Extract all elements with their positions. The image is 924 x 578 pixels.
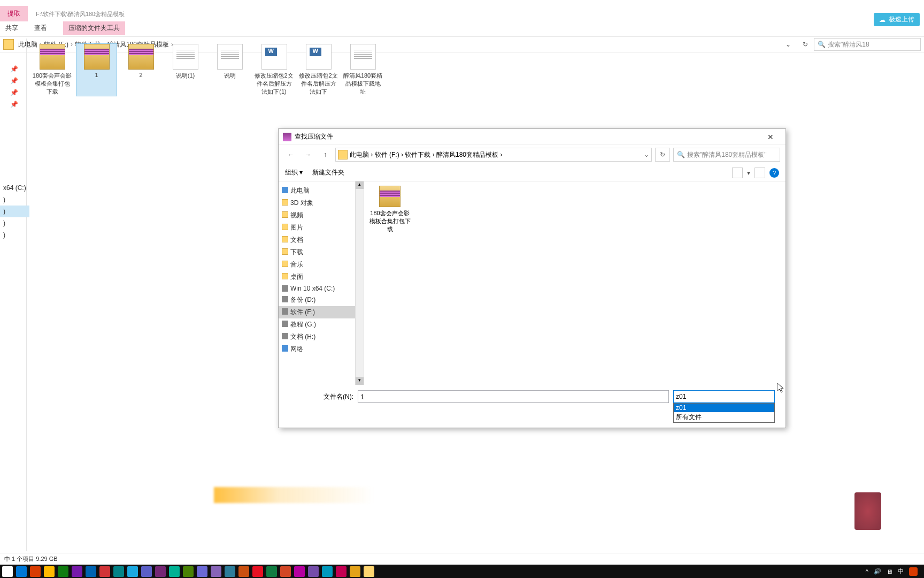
back-button[interactable]: ← [284, 148, 298, 161]
volume-icon[interactable]: 🔊 [874, 568, 881, 575]
file-item[interactable]: 180套会声会影模板合集打包下载 [32, 44, 72, 96]
taskbar-app-icon[interactable] [72, 566, 82, 577]
dialog-titlebar[interactable]: 查找压缩文件 ✕ [279, 129, 786, 145]
taskbar-app-icon[interactable] [211, 566, 221, 577]
file-item[interactable]: 修改压缩包2文件名后解压方法如下(1) [254, 44, 294, 96]
taskbar-app-icon[interactable] [266, 566, 277, 577]
file-item[interactable]: 修改压缩包2文件名后解压方法如下 [298, 44, 338, 96]
taskbar-app-icon[interactable] [86, 566, 96, 577]
ribbon-tab-row: 提取 F:\软件下载\醉清风180套精品模板 [0, 0, 924, 21]
taskbar-app-icon[interactable] [44, 566, 55, 577]
dropdown-option[interactable]: 所有文件 [674, 412, 774, 422]
taskbar-app-icon[interactable] [308, 566, 319, 577]
pin-icon[interactable]: 📌 [10, 89, 17, 95]
tab-share[interactable]: 共享 [5, 24, 18, 33]
taskbar-app-icon[interactable] [364, 566, 374, 577]
taskbar-app-icon[interactable] [30, 566, 41, 577]
taskbar-app-icon[interactable] [127, 566, 138, 577]
taskbar-app-icon[interactable] [58, 566, 68, 577]
taskbar[interactable]: ^ 🔊 🖥 中 [0, 565, 924, 578]
taskbar-app-icon[interactable] [141, 566, 152, 577]
taskbar-app-icon[interactable] [183, 566, 194, 577]
refresh-button[interactable]: ↻ [655, 148, 670, 162]
taskbar-app-icon[interactable] [322, 566, 333, 577]
tree-item[interactable]: 文档 [279, 234, 364, 246]
taskbar-app-icon[interactable] [155, 566, 166, 577]
pin-icon[interactable]: 📌 [10, 65, 17, 72]
taskbar-app-icon[interactable] [252, 566, 263, 577]
ime-indicator[interactable]: 中 [898, 567, 904, 575]
pin-icon[interactable]: 📌 [10, 77, 17, 83]
filetype-combo[interactable]: z01 z01 所有文件 [673, 390, 775, 403]
tree-item[interactable]: 此电脑 [279, 185, 364, 197]
preview-pane-button[interactable] [754, 168, 765, 178]
upload-button[interactable]: ☁ 极速上传 [874, 13, 920, 26]
folder-icon [282, 248, 288, 255]
taskbar-app-icon[interactable] [113, 566, 124, 577]
taskbar-app-icon[interactable] [294, 566, 305, 577]
taskbar-app-icon[interactable] [280, 566, 291, 577]
pin-icon[interactable]: 📌 [10, 101, 17, 107]
file-item[interactable]: 1 [76, 44, 117, 96]
folder-icon [282, 199, 288, 206]
file-item[interactable]: 说明(1) [165, 44, 205, 96]
tree-item[interactable]: ) [0, 217, 29, 229]
filename-input[interactable] [358, 390, 669, 403]
tree-item[interactable]: ) [0, 229, 29, 241]
taskbar-app-icon[interactable] [2, 566, 13, 577]
taskbar-app-icon[interactable] [350, 566, 360, 577]
file-item[interactable]: 2 [121, 44, 161, 96]
new-folder-button[interactable]: 新建文件夹 [312, 168, 344, 177]
taskbar-app-icon[interactable] [197, 566, 207, 577]
folder-tree[interactable]: 此电脑3D 对象视频图片文档下载音乐桌面Win 10 x64 (C:)备份 (D… [279, 181, 364, 385]
taskbar-app-icon[interactable] [238, 566, 249, 577]
scroll-down-icon[interactable]: ▾ [356, 377, 364, 385]
dropdown-option[interactable]: z01 [674, 404, 774, 412]
up-button[interactable]: ↑ [318, 148, 332, 161]
tree-item[interactable]: ) [0, 194, 29, 206]
view-mode-button[interactable] [732, 168, 743, 178]
chevron-down-icon[interactable]: ⌄ [644, 151, 649, 158]
sogou-icon[interactable] [909, 567, 918, 576]
tree-item[interactable]: 下载 [279, 246, 364, 258]
tree-item[interactable]: 视频 [279, 209, 364, 222]
tree-item[interactable]: 网络 [279, 343, 364, 355]
taskbar-app-icon[interactable] [16, 566, 27, 577]
taskbar-app-icon[interactable] [99, 566, 110, 577]
tray-expand-icon[interactable]: ^ [866, 568, 868, 575]
dialog-file-list[interactable]: 180套会声会影模板合集打包下载 [364, 181, 786, 385]
taskbar-app-icon[interactable] [336, 566, 346, 577]
tab-view[interactable]: 查看 [34, 24, 47, 33]
tab-compress-tools[interactable]: 压缩的文件夹工具 [63, 21, 125, 35]
tree-item[interactable]: 图片 [279, 222, 364, 234]
tab-extract[interactable]: 提取 [0, 6, 28, 21]
file-item[interactable]: 醉清风180套精品模板下载地址 [343, 44, 383, 96]
tree-item[interactable]: 音乐 [279, 258, 364, 271]
tree-item[interactable]: 桌面 [279, 271, 364, 283]
tree-item[interactable]: Win 10 x64 (C:) [279, 283, 364, 294]
system-tray[interactable]: ^ 🔊 🖥 中 [866, 567, 922, 576]
filetype-dropdown[interactable]: z01 所有文件 [673, 403, 775, 423]
drive-label[interactable]: x64 (C:) [0, 182, 29, 194]
cloud-icon: ☁ [879, 16, 886, 24]
close-button[interactable]: ✕ [760, 133, 781, 141]
list-item[interactable]: 180套会声会影模板合集打包下载 [368, 186, 411, 233]
forward-button[interactable]: → [301, 148, 315, 161]
tree-item[interactable]: 软件 (F:) [279, 306, 364, 318]
dialog-search-input[interactable]: 🔍 搜索"醉清风180套精品模板" [673, 148, 780, 162]
taskbar-app-icon[interactable] [225, 566, 235, 577]
tree-item[interactable]: 备份 (D:) [279, 294, 364, 306]
file-item[interactable]: 说明 [210, 44, 250, 96]
help-button[interactable]: ? [769, 168, 779, 178]
taskbar-app-icon[interactable] [169, 566, 180, 577]
tree-item[interactable]: 3D 对象 [279, 197, 364, 209]
network-icon[interactable]: 🖥 [887, 568, 892, 575]
tree-item[interactable]: 文档 (H:) [279, 331, 364, 343]
organize-menu[interactable]: 组织 ▾ [285, 168, 303, 177]
dialog-breadcrumb[interactable]: 此电脑 › 软件 (F:) › 软件下载 › 醉清风180套精品模板 › ⌄ [335, 148, 652, 162]
chevron-down-icon[interactable]: ▾ [747, 169, 750, 177]
scroll-up-icon[interactable]: ▴ [356, 181, 364, 189]
tree-item[interactable]: ) [0, 206, 29, 217]
scrollbar[interactable]: ▴ ▾ [355, 181, 364, 385]
tree-item[interactable]: 教程 (G:) [279, 318, 364, 331]
